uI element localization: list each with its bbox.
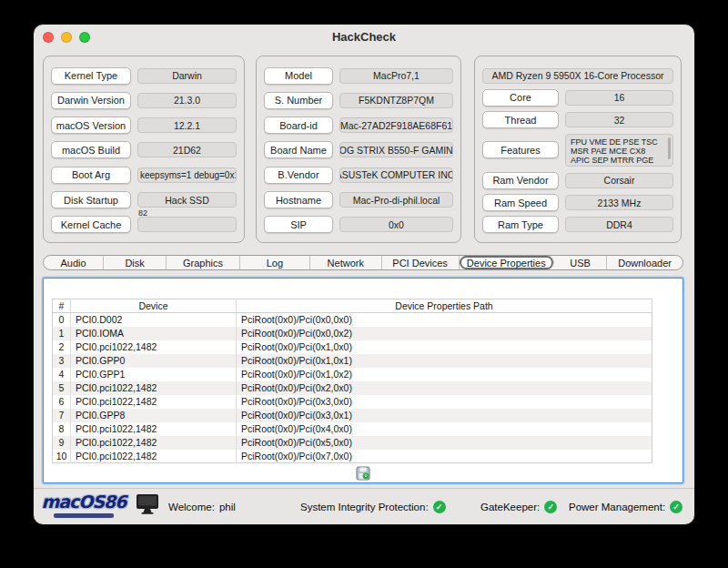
kernel-cache-label-button[interactable]: Kernel Cache — [51, 216, 131, 233]
cpu-memory-panel: AMD Ryzen 9 5950X 16-Core Processor Core… — [474, 56, 682, 243]
path-cell: PciRoot(0x0)/Pci(0x4,0x0) — [237, 422, 652, 436]
ram-speed-value-field: 2133 MHz — [565, 195, 673, 210]
sip-status-label: System Integrity Protection: — [300, 502, 429, 512]
field-row-board-id: Board-idMac-27AD2F918AE68F61 — [264, 117, 453, 135]
tab-downloader[interactable]: Downloader — [607, 256, 682, 269]
table-row[interactable]: 1PCI0.IOMAPciRoot(0x0)/Pci(0x0,0x2) — [53, 327, 652, 340]
device-cell: PCI0.GPP8 — [71, 409, 237, 422]
power-check-icon: ✓ — [670, 501, 682, 513]
model-label-button[interactable]: Model — [264, 67, 333, 85]
macos-build-value-field: 21D62 — [137, 142, 237, 157]
field-row-sip: SIP0x0 — [264, 216, 453, 234]
table-row[interactable]: 2PCI0.pci1022,1482PciRoot(0x0)/Pci(0x1,0… — [53, 340, 652, 354]
device-cell: PCI0.GPP1 — [71, 368, 237, 381]
tab-pci-devices[interactable]: PCI Devices — [382, 256, 460, 269]
row-index-cell: 3 — [53, 354, 71, 368]
field-row-hostname: HostnameMac-Pro-di-phil.local — [264, 191, 453, 209]
b-vendor-label-button[interactable]: B.Vendor — [264, 167, 333, 184]
board-id-label-button[interactable]: Board-id — [264, 117, 333, 134]
device-cell: PCI0.pci1022,1482 — [71, 450, 237, 463]
field-row-macos-version: macOS Version12.2.1 — [51, 117, 237, 135]
macos86-logo: macOS86 — [41, 492, 126, 518]
welcome-username: phil — [219, 502, 236, 512]
tab-audio[interactable]: Audio — [44, 256, 104, 269]
device-properties-pane: #DeviceDevice Properties Path 0PCI0.D002… — [43, 278, 683, 483]
table-row[interactable]: 7PCI0.GPP8PciRoot(0x0)/Pci(0x3,0x1) — [53, 409, 652, 422]
path-cell: PciRoot(0x0)/Pci(0x0,0x2) — [237, 327, 652, 340]
s-number-label-button[interactable]: S. Number — [264, 92, 333, 109]
tab-disk[interactable]: Disk — [104, 256, 167, 269]
darwin-version-value-field: 21.3.0 — [137, 93, 237, 108]
row-index-cell: 6 — [53, 395, 71, 409]
field-row-thread: Thread32 — [482, 111, 673, 129]
device-cell: PCI0.pci1022,1482 — [71, 395, 237, 409]
status-footer: macOS86 Welcome: phil System Integrity P… — [34, 489, 694, 524]
column-header-[interactable]: # — [53, 299, 71, 313]
table-row[interactable]: 0PCI0.D002PciRoot(0x0)/Pci(0x0,0x0) — [53, 313, 652, 327]
tab-device-properties[interactable]: Device Properties — [460, 256, 555, 269]
field-row-kernel-cache: Kernel Cache82 — [51, 216, 237, 234]
kernel-cache-value-field — [137, 217, 237, 232]
gatekeeper-status-label: GateKeeper: — [480, 502, 540, 512]
row-index-cell: 2 — [53, 340, 71, 354]
ram-vendor-label-button[interactable]: Ram Vendor — [482, 172, 559, 189]
thread-label-button[interactable]: Thread — [482, 111, 559, 128]
table-row[interactable]: 4PCI0.GPP1PciRoot(0x0)/Pci(0x1,0x2) — [53, 368, 652, 381]
device-cell: PCI0.D002 — [71, 313, 237, 327]
table-row[interactable]: 9PCI0.pci1022,1482PciRoot(0x0)/Pci(0x5,0… — [53, 436, 652, 450]
tab-log[interactable]: Log — [240, 256, 310, 269]
features-label-button[interactable]: Features — [482, 141, 559, 158]
macos-build-label-button[interactable]: macOS Build — [51, 141, 131, 158]
desktop-background: HackCheck Kernel TypeDarwinDarwin Versio… — [0, 0, 728, 568]
hostname-label-button[interactable]: Hostname — [264, 191, 333, 208]
field-row-disk-startup: Disk StartupHack SSD — [51, 191, 237, 209]
column-header-device-properties-path[interactable]: Device Properties Path — [237, 299, 652, 313]
board-id-value-field: Mac-27AD2F918AE68F61 — [339, 117, 453, 133]
row-index-cell: 0 — [53, 313, 71, 327]
tab-network[interactable]: Network — [310, 256, 382, 269]
sip-value-field: 0x0 — [339, 217, 453, 232]
sip-status: System Integrity Protection: ✓ — [300, 501, 446, 513]
core-label-button[interactable]: Core — [482, 89, 559, 106]
path-cell: PciRoot(0x0)/Pci(0x3,0x1) — [237, 409, 652, 422]
save-icon[interactable] — [356, 466, 370, 481]
title-bar[interactable]: HackCheck — [34, 25, 694, 50]
tab-usb[interactable]: USB — [554, 256, 607, 269]
kernel-type-label-button[interactable]: Kernel Type — [51, 67, 131, 85]
field-row-boot-arg: Boot Argkeepsyms=1 debug=0x10 — [51, 166, 237, 184]
macos-version-label-button[interactable]: macOS Version — [51, 117, 131, 134]
device-properties-table: #DeviceDevice Properties Path 0PCI0.D002… — [52, 299, 652, 463]
sip-label-button[interactable]: SIP — [264, 216, 333, 233]
boot-arg-label-button[interactable]: Boot Arg — [51, 167, 131, 184]
path-cell: PciRoot(0x0)/Pci(0x5,0x0) — [237, 436, 652, 450]
field-row-core: Core16 — [482, 88, 673, 106]
s-number-value-field: F5KDNTZ8P7QM — [339, 93, 453, 108]
column-header-device[interactable]: Device — [71, 299, 237, 313]
path-cell: PciRoot(0x0)/Pci(0x0,0x0) — [237, 313, 652, 327]
model-value-field: MacPro7,1 — [339, 68, 453, 84]
darwin-version-label-button[interactable]: Darwin Version — [51, 92, 131, 109]
path-cell: PciRoot(0x0)/Pci(0x2,0x0) — [237, 381, 652, 395]
field-row-macos-build: macOS Build21D62 — [51, 141, 237, 159]
b-vendor-value-field: ASUSTeK COMPUTER INC. — [339, 167, 453, 183]
table-row[interactable]: 8PCI0.pci1022,1482PciRoot(0x0)/Pci(0x4,0… — [53, 422, 652, 436]
disk-startup-label-button[interactable]: Disk Startup — [51, 191, 131, 208]
table-row[interactable]: 3PCI0.GPP0PciRoot(0x0)/Pci(0x1,0x1) — [53, 354, 652, 368]
field-row-kernel-type: Kernel TypeDarwin — [51, 66, 237, 85]
path-cell: PciRoot(0x0)/Pci(0x1,0x0) — [237, 340, 652, 354]
ram-type-label-button[interactable]: Ram Type — [482, 216, 559, 233]
features-value-field: FPU VME DE PSE TSC MSR PAE MCE CX8 APIC … — [565, 134, 673, 167]
welcome-status: Welcome: phil — [168, 502, 236, 512]
cpu-name-field: AMD Ryzen 9 5950X 16-Core Processor — [482, 68, 673, 84]
tab-graphics[interactable]: Graphics — [167, 256, 240, 269]
kernel-type-value-field: Darwin — [137, 68, 237, 84]
table-row[interactable]: 6PCI0.pci1022,1482PciRoot(0x0)/Pci(0x3,0… — [53, 395, 652, 409]
ram-speed-label-button[interactable]: Ram Speed — [482, 194, 559, 211]
power-management-label: Power Management: — [569, 502, 665, 512]
table-row[interactable]: 10PCI0.pci1022,1482PciRoot(0x0)/Pci(0x7,… — [53, 450, 652, 463]
table-row[interactable]: 5PCI0.pci1022,1482PciRoot(0x0)/Pci(0x2,0… — [53, 381, 652, 395]
board-name-label-button[interactable]: Board Name — [264, 141, 333, 158]
row-index-cell: 8 — [53, 422, 71, 436]
row-index-cell: 4 — [53, 368, 71, 381]
welcome-label: Welcome: — [168, 502, 215, 512]
